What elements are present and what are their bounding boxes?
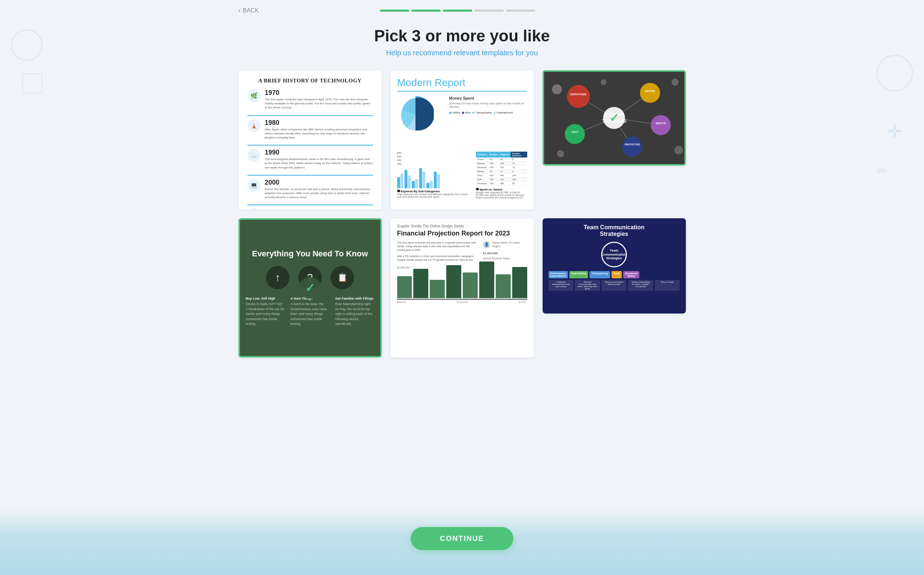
- table-row: Movies45705: [476, 170, 527, 173]
- report-bottom: 800 600 400 200: [397, 152, 527, 199]
- progress-segment-4: [474, 10, 504, 12]
- card-modern-report[interactable]: Modern Report: [391, 70, 534, 210]
- everything-title: Everything You Need To Know: [246, 249, 374, 259]
- page-subtitle: Help us recommend relevant templates for…: [239, 49, 686, 57]
- history-item-1970: 🌿 1970 The first Apple computer was rele…: [247, 89, 373, 110]
- selected-checkmark-4: ✓: [299, 277, 321, 299]
- progress-bar: [380, 10, 535, 12]
- history-icon-1980: 🗼: [247, 119, 261, 132]
- svg-point-12: [622, 137, 642, 157]
- card-financial[interactable]: Graphic Gorilla The Online Design Studio…: [391, 218, 534, 357]
- card-history[interactable]: A BRIEF HISTORY OF TECHNOLOGY 🌿 1970 The…: [239, 70, 382, 210]
- financial-header: Graphic Gorilla The Online Design Studio…: [397, 224, 527, 237]
- history-icon-1990: ☁️: [247, 149, 261, 162]
- report-title: Modern Report: [397, 77, 527, 92]
- history-timeline: 🌿 1970 The first Apple computer was rele…: [247, 89, 373, 210]
- history-item-1980: 🗼 1980 After Apple, other companies like…: [247, 119, 373, 140]
- financial-title: Financial Projection Report for 2023: [397, 230, 527, 237]
- back-button[interactable]: ‹ BACK: [239, 6, 259, 14]
- financial-studio: Graphic Gorilla The Online Design Studio: [397, 224, 527, 228]
- top-nav: ‹ BACK: [239, 0, 686, 18]
- progress-segment-5: [506, 10, 535, 12]
- pie-chart-container: [397, 96, 445, 147]
- history-icon-2000: 💻: [247, 179, 261, 192]
- team-subcategories: Celebrate achievements and core values S…: [549, 280, 680, 291]
- report-legend: Money Spent Summary of how much money wa…: [449, 96, 527, 147]
- history-item-1990: ☁️ 1990 The technological advancements m…: [247, 149, 373, 170]
- page-title: Pick 3 or more you like: [239, 27, 686, 45]
- progress-segment-3: [443, 10, 472, 12]
- svg-text:DEFINE: DEFINE: [644, 89, 655, 93]
- team-comm-center: Team Communication Strategies: [549, 242, 680, 267]
- svg-point-14: [565, 124, 585, 144]
- progress-segment-1: [380, 10, 409, 12]
- center-circle: Team Communication Strategies: [601, 242, 627, 267]
- table-section: Category Budget Expense Budget Expense P…: [476, 152, 527, 199]
- avatar: 👤: [483, 241, 490, 248]
- report-content: Money Spent Summary of how much money wa…: [397, 96, 527, 147]
- pie-chart-svg: [397, 96, 434, 133]
- history-item-2000: 💻 2000 Before this decade, a cell phone …: [247, 179, 373, 200]
- team-comm-title: Team CommunicationStrategies: [549, 224, 680, 237]
- svg-point-22: [601, 79, 606, 85]
- financial-chart: $1,800,000 $829,974 $1,006,5: [397, 266, 527, 303]
- bottom-gradient-overlay: CONTINUE: [0, 509, 924, 575]
- selected-checkmark: ✓: [603, 107, 625, 129]
- arrow-up-icon: ↑: [266, 266, 289, 289]
- card-team-communication[interactable]: Team CommunicationStrategies Team Commun…: [542, 218, 686, 313]
- svg-point-19: [671, 78, 679, 86]
- financial-desc: This first report examines the past year…: [397, 241, 527, 262]
- svg-text:IDEATE: IDEATE: [655, 122, 666, 125]
- continue-button[interactable]: CONTINUE: [411, 527, 513, 550]
- category-emotional: EmotionalSafety: [623, 271, 639, 278]
- svg-text:PROTOTYPE: PROTOTYPE: [624, 143, 640, 146]
- category-transparency: Transparency: [590, 271, 610, 278]
- team-categories: PerformanceExpectations Goal Setting Tra…: [549, 271, 680, 278]
- category-tools: Tools: [611, 271, 622, 278]
- svg-point-6: [567, 85, 590, 108]
- template-grid: A BRIEF HISTORY OF TECHNOLOGY 🌿 1970 The…: [239, 70, 686, 357]
- svg-point-8: [640, 83, 660, 103]
- table-row: Internet10212927: [476, 162, 527, 165]
- history-icon-1970: 🌿: [247, 89, 261, 102]
- table-row: Fuel150120100: [476, 178, 527, 182]
- heading-area: Pick 3 or more you like Help us recommen…: [239, 27, 686, 57]
- table-row: Electricity24037575: [476, 165, 527, 170]
- history-icon-2010: 💡: [247, 208, 261, 210]
- card-design-thinking[interactable]: EMPATHIZE DEFINE IDEATE PROTOTYPE TEST: [542, 70, 686, 165]
- chevron-left-icon: ‹: [239, 6, 241, 14]
- right-decorations: ✛ ✏: [876, 55, 913, 179]
- history-item-2010: 💡 2010 This decade was filled with innov…: [247, 208, 373, 210]
- svg-text:EMPATHIZE: EMPATHIZE: [570, 93, 586, 96]
- svg-text:TEST: TEST: [571, 130, 578, 134]
- category-performance: PerformanceExpectations: [549, 271, 568, 278]
- svg-point-21: [557, 150, 564, 157]
- document-icon: 📋: [331, 266, 354, 289]
- card-history-title: A BRIEF HISTORY OF TECHNOLOGY: [247, 78, 373, 84]
- back-label: BACK: [243, 7, 259, 14]
- svg-point-18: [552, 84, 561, 94]
- card-everything[interactable]: Everything You Need To Know ↑ ? 📋 Buy Lo…: [239, 218, 382, 357]
- table-row: Phone90900: [476, 157, 527, 162]
- progress-segment-2: [412, 10, 441, 12]
- table-row: Food800900100: [476, 173, 527, 178]
- svg-point-10: [651, 115, 671, 135]
- svg-point-20: [674, 146, 682, 154]
- bar-chart-section: 800 600 400 200: [397, 152, 472, 199]
- table-row: Insurance20038090: [476, 182, 527, 186]
- category-goal: Goal Setting: [569, 271, 588, 278]
